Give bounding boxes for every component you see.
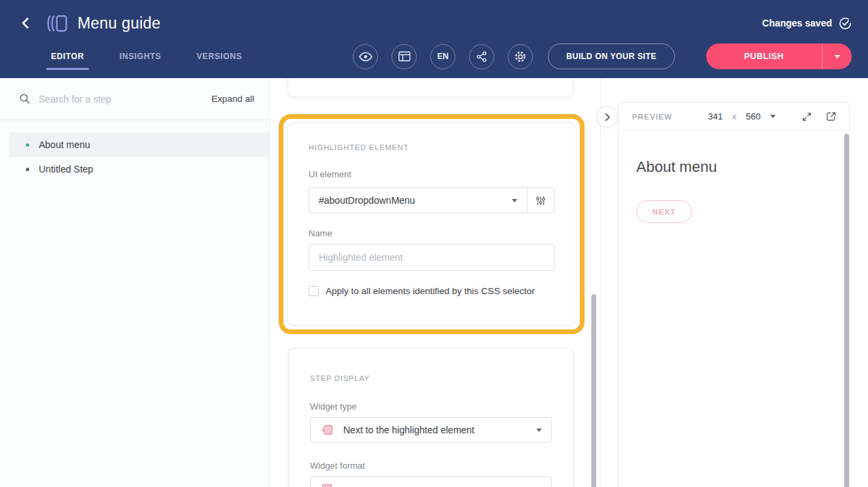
section-title: HIGHLIGHTED ELEMENT <box>309 143 555 151</box>
step-search-row: Expand all <box>0 78 269 120</box>
apply-all-checkbox-row[interactable]: Apply to all elements identified by this… <box>309 286 555 296</box>
save-status: Changes saved <box>762 17 852 30</box>
expand-all-link[interactable]: Expand all <box>211 94 254 104</box>
build-on-your-site-button[interactable]: BUILD ON YOUR SITE <box>548 43 675 69</box>
step-status-dot <box>26 143 29 147</box>
share-icon <box>476 51 487 62</box>
navbar-title-row: Menu guide Changes saved <box>0 0 868 41</box>
preview-header-actions <box>801 111 837 122</box>
widget-format-select[interactable] <box>310 476 552 487</box>
step-item-about-menu[interactable]: About menu <box>10 132 269 157</box>
publish-button[interactable]: PUBLISH <box>706 52 822 61</box>
gear-icon <box>514 50 527 63</box>
preview-header: PREVIEW 341 x 560 <box>619 103 849 131</box>
chevron-down-icon <box>512 199 517 202</box>
ui-element-select[interactable]: #aboutDropdownMenu <box>309 188 527 213</box>
expand-icon[interactable] <box>801 111 812 122</box>
layout-icon <box>398 51 411 62</box>
ui-element-value: #aboutDropdownMenu <box>319 195 415 206</box>
navbar-toolbar-row: EDITOR INSIGHTS VERSIONS EN <box>0 43 868 69</box>
editor-tabs: EDITOR INSIGHTS VERSIONS <box>51 43 242 69</box>
highlighted-element-card: HIGHLIGHTED ELEMENT UI element #aboutDro… <box>287 122 576 326</box>
dimension-separator: x <box>729 112 739 122</box>
language-button[interactable]: EN <box>430 44 455 69</box>
next-button[interactable]: NEXT <box>636 200 692 223</box>
publish-dropdown-toggle[interactable] <box>822 43 852 69</box>
preview-height-value: 560 <box>746 111 761 122</box>
step-item-label: About menu <box>39 139 90 150</box>
step-list: About menu Untitled Step <box>0 120 269 181</box>
layout-button[interactable] <box>392 44 417 69</box>
widget-type-select[interactable]: Next to the highlighted element <box>310 417 552 443</box>
settings-button[interactable] <box>508 44 533 69</box>
highlighted-element-card-highlight: HIGHLIGHTED ELEMENT UI element #aboutDro… <box>279 114 585 334</box>
navbar-actions: EN BUILD ON YOUR SITE PUBLISH <box>353 43 852 69</box>
step-status-dot <box>26 168 29 171</box>
step-item-label: Untitled Step <box>39 164 93 175</box>
widget-format-label: Widget format <box>310 461 552 471</box>
search-input[interactable] <box>39 94 211 105</box>
preview-width-value: 341 <box>708 111 723 122</box>
step-settings-panel: HIGHLIGHTED ELEMENT UI element #aboutDro… <box>270 78 601 487</box>
tab-editor[interactable]: EDITOR <box>51 43 84 69</box>
ui-element-label: UI element <box>309 169 555 179</box>
widget-type-value: Next to the highlighted element <box>343 425 474 435</box>
widget-type-label: Widget type <box>310 401 552 412</box>
preview-scrollbar[interactable] <box>844 134 849 487</box>
preview-card: PREVIEW 341 x 560 About menu NEXT <box>618 102 850 487</box>
step-display-card: STEP DISPLAY Widget type Next to the hig… <box>288 348 574 487</box>
search-icon <box>19 93 31 105</box>
page-title: Menu guide <box>77 14 160 33</box>
preview-size-dropdown[interactable]: 341 x 560 <box>708 111 776 122</box>
chevron-down-icon <box>536 429 542 432</box>
preview-title: PREVIEW <box>632 113 672 121</box>
section-title: STEP DISPLAY <box>310 374 552 382</box>
language-badge: EN <box>437 52 449 61</box>
apply-all-checkbox-label: Apply to all elements identified by this… <box>326 286 535 296</box>
checkbox-unchecked-icon[interactable] <box>309 286 319 296</box>
preview-eye-button[interactable] <box>353 44 378 69</box>
name-input[interactable] <box>309 244 555 271</box>
preview-body: About menu NEXT <box>619 131 849 223</box>
publish-split-button: PUBLISH <box>706 43 852 69</box>
steps-sidebar: Expand all About menu Untitled Step <box>0 78 270 487</box>
save-status-label: Changes saved <box>762 18 832 29</box>
back-button[interactable] <box>18 15 34 31</box>
guide-logo-icon <box>45 14 68 33</box>
preview-panel: PREVIEW 341 x 560 About menu NEXT <box>601 78 868 487</box>
chevron-down-icon <box>835 55 840 58</box>
chevron-left-icon <box>20 17 32 29</box>
editor-scrollbar[interactable] <box>591 294 596 487</box>
collapse-preview-button[interactable] <box>596 106 618 128</box>
step-item-untitled-step[interactable]: Untitled Step <box>10 157 269 181</box>
tab-insights[interactable]: INSIGHTS <box>120 43 161 69</box>
chevron-down-icon <box>770 115 776 118</box>
chevron-right-icon <box>603 113 612 122</box>
name-label: Name <box>309 228 555 238</box>
previous-settings-card-partial <box>288 78 573 97</box>
tab-versions[interactable]: VERSIONS <box>196 43 242 69</box>
share-button[interactable] <box>469 44 494 69</box>
ui-element-settings-button[interactable] <box>527 188 554 213</box>
top-navbar: Menu guide Changes saved EDITOR INSIGHTS… <box>0 0 868 78</box>
external-link-icon[interactable] <box>825 111 837 122</box>
preview-step-title: About menu <box>636 158 849 176</box>
check-circle-icon <box>839 17 852 30</box>
ui-element-select-group: #aboutDropdownMenu <box>309 187 555 213</box>
sliders-icon <box>535 195 546 206</box>
widget-format-icon <box>320 482 334 487</box>
tooltip-bubble-icon <box>320 423 334 437</box>
eye-icon <box>359 52 372 62</box>
